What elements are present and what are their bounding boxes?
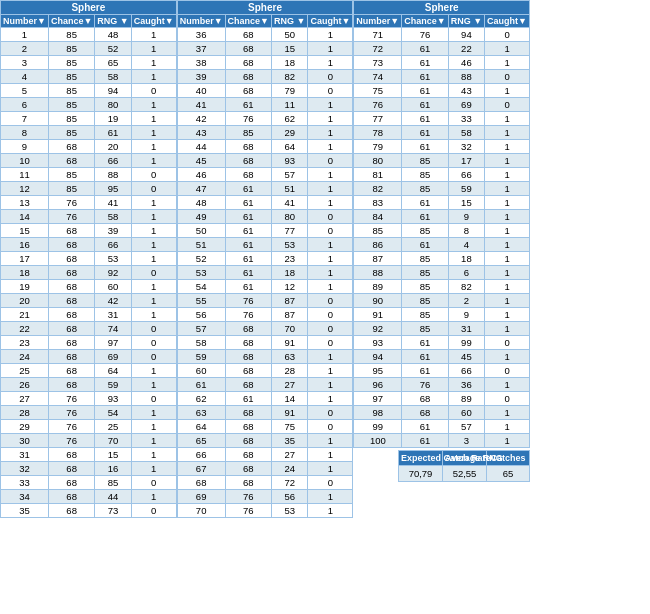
table-cell: 1: [485, 126, 530, 140]
table-cell: 68: [48, 140, 94, 154]
table-cell: 68: [48, 476, 94, 490]
table-cell: 85: [48, 84, 94, 98]
table-cell: 41: [177, 98, 225, 112]
table-cell: 1: [308, 434, 353, 448]
table-cell: 1: [308, 490, 353, 504]
table-cell: 85: [402, 182, 448, 196]
table-cell: 57: [272, 168, 308, 182]
table-cell: 61: [225, 392, 271, 406]
table-cell: 1: [308, 378, 353, 392]
table-cell: 20: [1, 294, 49, 308]
table-cell: 1: [485, 224, 530, 238]
table-cell: 1: [485, 420, 530, 434]
table-cell: 15: [1, 224, 49, 238]
table-cell: 40: [177, 84, 225, 98]
table-cell: 1: [308, 350, 353, 364]
table-cell: 45: [177, 154, 225, 168]
table-cell: 0: [131, 350, 176, 364]
table-cell: 85: [402, 224, 448, 238]
table-cell: 68: [225, 350, 271, 364]
table-cell: 1: [308, 392, 353, 406]
table-cell: 61: [402, 56, 448, 70]
table-cell: 1: [308, 28, 353, 42]
table-cell: 9: [448, 210, 484, 224]
table-cell: 69: [448, 98, 484, 112]
table-cell: 57: [177, 322, 225, 336]
table-cell: 65: [177, 434, 225, 448]
table-cell: 33: [1, 476, 49, 490]
table-cell: 68: [225, 70, 271, 84]
table-cell: 56: [272, 490, 308, 504]
table-cell: 85: [402, 252, 448, 266]
table-cell: 68: [177, 476, 225, 490]
table-cell: 29: [1, 420, 49, 434]
table-cell: 1: [131, 238, 176, 252]
table-cell: 22: [1, 322, 49, 336]
table-cell: 1: [485, 168, 530, 182]
table-cell: 68: [48, 462, 94, 476]
table-cell: 68: [48, 350, 94, 364]
table-cell: 1: [308, 42, 353, 56]
table-cell: 1: [485, 210, 530, 224]
table-cell: 76: [48, 210, 94, 224]
table-cell: 61: [402, 350, 448, 364]
table-cell: 18: [448, 252, 484, 266]
table-cell: 1: [485, 294, 530, 308]
table-cell: 1: [131, 462, 176, 476]
table-cell: 95: [95, 182, 131, 196]
table-cell: 63: [177, 406, 225, 420]
table-cell: 68: [225, 56, 271, 70]
table-cell: 76: [402, 28, 448, 42]
table-cell: 11: [272, 98, 308, 112]
table-cell: 50: [272, 28, 308, 42]
table-cell: 98: [354, 406, 402, 420]
table-cell: 76: [402, 378, 448, 392]
table-cell: 43: [448, 84, 484, 98]
table-cell: 58: [95, 210, 131, 224]
table-cell: 61: [225, 98, 271, 112]
table-cell: 63: [272, 350, 308, 364]
table-cell: 0: [485, 392, 530, 406]
table-cell: 82: [448, 280, 484, 294]
table-cell: 0: [485, 364, 530, 378]
table-cell: 8: [1, 126, 49, 140]
table-cell: 67: [177, 462, 225, 476]
table-cell: 79: [272, 84, 308, 98]
table-cell: 9: [1, 140, 49, 154]
table-cell: 84: [354, 210, 402, 224]
table-cell: 91: [272, 336, 308, 350]
table-cell: 0: [308, 336, 353, 350]
table-cell: 76: [225, 504, 271, 518]
table-cell: 57: [448, 420, 484, 434]
col-chance-1: Chance▼: [48, 15, 94, 28]
table-cell: 1: [308, 266, 353, 280]
table-cell: 83: [354, 196, 402, 210]
table-cell: 28: [1, 406, 49, 420]
col-number-1: Number▼: [1, 15, 49, 28]
table-cell: 1: [308, 448, 353, 462]
table-cell: 1: [131, 420, 176, 434]
table-cell: 68: [402, 406, 448, 420]
table-cell: 85: [225, 126, 271, 140]
table-cell: 85: [48, 182, 94, 196]
table-cell: 61: [225, 266, 271, 280]
table-cell: 61: [402, 112, 448, 126]
table-cell: 1: [131, 56, 176, 70]
table-cell: 76: [225, 490, 271, 504]
table-cell: 1: [485, 378, 530, 392]
table-cell: 3: [1, 56, 49, 70]
table-cell: 52: [177, 252, 225, 266]
table-cell: 90: [354, 294, 402, 308]
table-cell: 0: [308, 322, 353, 336]
table-cell: 61: [225, 210, 271, 224]
table-cell: 86: [354, 238, 402, 252]
table-cell: 94: [95, 84, 131, 98]
summary-catch-rate-value: 70,79: [399, 466, 443, 482]
table-cell: 59: [448, 182, 484, 196]
table-cell: 72: [272, 476, 308, 490]
table-cell: 61: [402, 70, 448, 84]
table-cell: 4: [448, 238, 484, 252]
table-cell: 42: [177, 112, 225, 126]
table-cell: 0: [131, 322, 176, 336]
table-cell: 25: [95, 420, 131, 434]
